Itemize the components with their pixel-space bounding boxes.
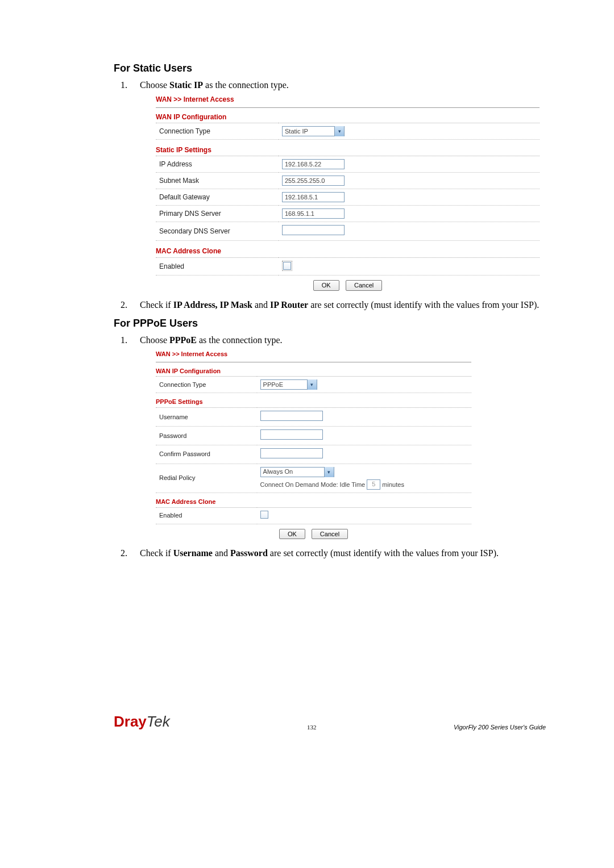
text-bold: Static IP	[169, 80, 203, 90]
page-footer: DrayTek 132 VigorFly 200 Series User's G…	[114, 713, 546, 731]
wan-ip-config-title: WAN IP Configuration	[156, 112, 540, 122]
wan-ip-config-title: WAN IP Configuration	[156, 367, 471, 375]
wan-internet-access-panel-static: WAN >> Internet Access WAN IP Configurat…	[156, 95, 540, 291]
password-input[interactable]	[260, 429, 323, 440]
username-label: Username	[156, 408, 257, 427]
secondary-dns-input[interactable]	[282, 225, 345, 235]
text: are set correctly (must identify with th…	[268, 548, 499, 558]
enabled-label: Enabled	[156, 507, 257, 524]
text: Check if	[140, 300, 173, 310]
subnet-mask-label: Subnet Mask	[156, 173, 279, 189]
text: and	[252, 300, 270, 310]
cancel-button[interactable]: Cancel	[346, 280, 382, 291]
confirm-password-input[interactable]	[260, 448, 323, 458]
ip-address-label: IP Address	[156, 156, 279, 173]
password-label: Password	[156, 427, 257, 445]
text: Choose	[140, 335, 169, 345]
confirm-password-label: Confirm Password	[156, 445, 257, 464]
pppoe-step-1: Choose PPPoE as the connection type. WAN…	[130, 334, 546, 539]
static-step-2: Check if IP Address, IP Mask and IP Rout…	[130, 299, 546, 311]
text-bold: PPPoE	[169, 335, 197, 345]
text: as the connection type.	[203, 80, 289, 90]
text: are set correctly (must identify with th…	[308, 300, 539, 310]
redial-policy-value: Always On	[263, 468, 293, 476]
logo-tek: Tek	[147, 713, 170, 730]
static-ip-settings-title: Static IP Settings	[156, 145, 540, 155]
ok-button[interactable]: OK	[313, 280, 339, 291]
heading-pppoe-users: For PPPoE Users	[114, 318, 546, 329]
mac-address-clone-title: MAC Address Clone	[156, 498, 471, 506]
draytek-logo: DrayTek	[114, 713, 170, 731]
static-step-1: Choose Static IP as the connection type.…	[130, 79, 546, 291]
idle-time-input[interactable]: 5	[367, 479, 380, 490]
idle-time-line: Connect On Demand Mode: Idle Time 5 minu…	[260, 479, 468, 490]
redial-policy-label: Redial Policy	[156, 464, 257, 493]
breadcrumb: WAN >> Internet Access	[156, 350, 471, 358]
connection-type-select[interactable]: Static IP ▾	[282, 126, 345, 136]
heading-static-users: For Static Users	[114, 62, 546, 74]
cancel-button[interactable]: Cancel	[312, 529, 348, 540]
pppoe-step-2: Check if Username and Password are set c…	[130, 547, 546, 560]
divider	[156, 362, 471, 362]
pppoe-settings-table: Username Password Confirm Password Redia…	[156, 407, 471, 493]
primary-dns-label: Primary DNS Server	[156, 206, 279, 222]
wan-ip-config-table: Connection Type PPPoE ▾	[156, 376, 471, 393]
text-bold: Username	[173, 548, 213, 558]
username-input[interactable]	[260, 411, 323, 421]
connection-type-value: PPPoE	[263, 381, 283, 389]
default-gateway-label: Default Gateway	[156, 189, 279, 206]
ip-address-input[interactable]: 192.168.5.22	[282, 159, 345, 169]
chevron-down-icon: ▾	[324, 467, 334, 477]
ok-button[interactable]: OK	[279, 529, 305, 540]
logo-dray: Dray	[114, 713, 147, 730]
wan-ip-config-table: Connection Type Static IP ▾	[156, 123, 540, 140]
text-bold: IP Router	[270, 300, 308, 310]
mac-address-clone-table: Enabled	[156, 507, 471, 524]
redial-policy-select[interactable]: Always On ▾	[260, 467, 334, 477]
text: as the connection type.	[197, 335, 283, 345]
divider	[156, 107, 540, 108]
enabled-checkbox[interactable]	[260, 511, 268, 519]
enabled-checkbox-wrap	[282, 261, 292, 271]
primary-dns-input[interactable]: 168.95.1.1	[282, 208, 345, 219]
idle-time-post: minutes	[380, 481, 404, 487]
pppoe-settings-title: PPPoE Settings	[156, 398, 471, 406]
mac-address-clone-table: Enabled	[156, 257, 540, 276]
chevron-down-icon: ▾	[334, 126, 344, 136]
connection-type-select[interactable]: PPPoE ▾	[260, 379, 317, 390]
button-row: OK Cancel	[156, 280, 540, 291]
breadcrumb: WAN >> Internet Access	[156, 95, 540, 104]
default-gateway-input[interactable]: 192.168.5.1	[282, 192, 345, 202]
wan-internet-access-panel-pppoe: WAN >> Internet Access WAN IP Configurat…	[156, 350, 471, 540]
enabled-label: Enabled	[156, 257, 279, 275]
connection-type-value: Static IP	[285, 127, 308, 136]
button-row: OK Cancel	[156, 529, 471, 540]
text-bold: Password	[230, 548, 268, 558]
static-ip-settings-table: IP Address 192.168.5.22 Subnet Mask 255.…	[156, 156, 540, 241]
connection-type-label: Connection Type	[156, 123, 279, 139]
mac-address-clone-title: MAC Address Clone	[156, 247, 540, 256]
idle-time-pre: Connect On Demand Mode: Idle Time	[260, 481, 367, 487]
subnet-mask-input[interactable]: 255.255.255.0	[282, 176, 345, 186]
text: Check if	[140, 548, 173, 558]
text: and	[213, 548, 230, 558]
page-number: 132	[307, 724, 317, 731]
connection-type-label: Connection Type	[156, 377, 257, 393]
enabled-checkbox[interactable]	[283, 262, 291, 270]
text: Choose	[140, 80, 169, 90]
chevron-down-icon: ▾	[307, 379, 317, 390]
guide-name: VigorFly 200 Series User's Guide	[454, 724, 546, 731]
text-bold: IP Address, IP Mask	[173, 300, 252, 310]
secondary-dns-label: Secondary DNS Server	[156, 222, 279, 241]
